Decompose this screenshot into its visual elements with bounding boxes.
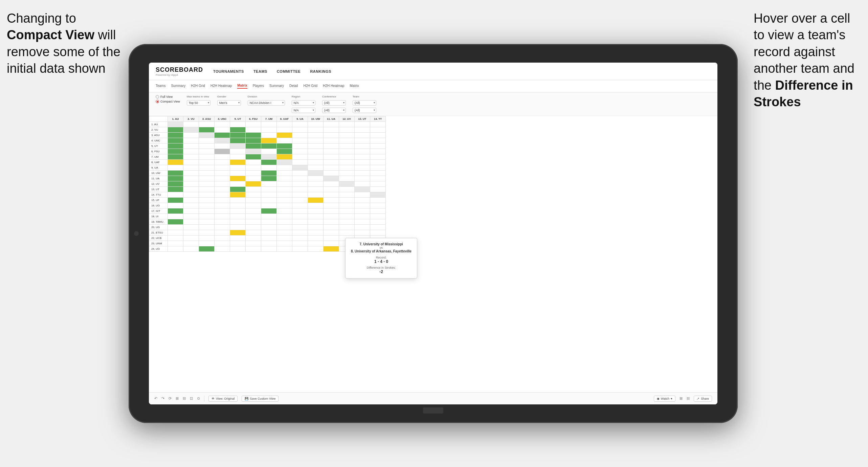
- matrix-cell[interactable]: [168, 198, 183, 203]
- matrix-cell[interactable]: [355, 208, 370, 214]
- matrix-cell[interactable]: [261, 203, 277, 208]
- matrix-cell[interactable]: [324, 236, 339, 241]
- matrix-cell[interactable]: [183, 149, 199, 154]
- matrix-cell[interactable]: [168, 154, 183, 160]
- matrix-cell[interactable]: [199, 236, 215, 241]
- matrix-cell[interactable]: [292, 192, 308, 198]
- watch-btn[interactable]: ◉ Watch ▾: [654, 396, 675, 402]
- matrix-cell[interactable]: [355, 171, 370, 176]
- matrix-cell[interactable]: [292, 203, 308, 208]
- matrix-cell[interactable]: [230, 181, 246, 187]
- matrix-cell[interactable]: [339, 198, 355, 203]
- matrix-cell[interactable]: [370, 127, 386, 133]
- matrix-cell[interactable]: [230, 154, 246, 160]
- matrix-cell[interactable]: [339, 192, 355, 198]
- matrix-cell[interactable]: [324, 241, 339, 246]
- matrix-cell[interactable]: [370, 171, 386, 176]
- team-select2[interactable]: (All): [353, 108, 376, 113]
- matrix-cell[interactable]: [246, 176, 261, 181]
- matrix-cell[interactable]: [183, 171, 199, 176]
- matrix-cell[interactable]: [168, 165, 183, 171]
- matrix-cell[interactable]: [308, 165, 324, 171]
- matrix-cell[interactable]: [339, 230, 355, 236]
- matrix-cell[interactable]: [261, 187, 277, 192]
- matrix-cell[interactable]: [324, 219, 339, 225]
- matrix-cell[interactable]: [339, 176, 355, 181]
- matrix-cell[interactable]: [277, 230, 292, 236]
- matrix-cell[interactable]: [339, 225, 355, 230]
- matrix-cell[interactable]: [308, 230, 324, 236]
- matrix-cell[interactable]: [370, 219, 386, 225]
- matrix-cell[interactable]: [199, 160, 215, 165]
- matrix-cell[interactable]: [246, 230, 261, 236]
- matrix-cell[interactable]: [215, 143, 230, 149]
- matrix-cell[interactable]: [277, 181, 292, 187]
- matrix-cell[interactable]: [292, 154, 308, 160]
- matrix-cell[interactable]: [183, 219, 199, 225]
- matrix-cell[interactable]: [168, 143, 183, 149]
- matrix-cell[interactable]: [261, 127, 277, 133]
- matrix-cell[interactable]: [277, 143, 292, 149]
- matrix-cell[interactable]: [183, 143, 199, 149]
- matrix-cell[interactable]: [261, 219, 277, 225]
- matrix-cell[interactable]: [292, 214, 308, 219]
- matrix-cell[interactable]: [168, 149, 183, 154]
- matrix-cell[interactable]: [308, 143, 324, 149]
- matrix-cell[interactable]: [246, 154, 261, 160]
- matrix-cell[interactable]: [261, 160, 277, 165]
- matrix-cell[interactable]: [292, 208, 308, 214]
- matrix-cell[interactable]: [261, 143, 277, 149]
- matrix-cell[interactable]: [199, 219, 215, 225]
- matrix-cell[interactable]: [339, 154, 355, 160]
- matrix-cell[interactable]: [339, 133, 355, 138]
- matrix-cell[interactable]: [370, 192, 386, 198]
- matrix-cell[interactable]: [246, 198, 261, 203]
- matrix-cell[interactable]: [199, 154, 215, 160]
- matrix-cell[interactable]: [355, 192, 370, 198]
- matrix-cell[interactable]: [230, 122, 246, 127]
- matrix-cell[interactable]: [324, 171, 339, 176]
- matrix-cell[interactable]: [168, 133, 183, 138]
- matrix-cell[interactable]: [215, 219, 230, 225]
- matrix-cell[interactable]: [370, 122, 386, 127]
- matrix-cell[interactable]: [261, 198, 277, 203]
- matrix-cell[interactable]: [339, 203, 355, 208]
- matrix-cell[interactable]: [308, 176, 324, 181]
- matrix-cell[interactable]: [370, 214, 386, 219]
- matrix-cell[interactable]: [215, 127, 230, 133]
- matrix-cell[interactable]: [183, 122, 199, 127]
- matrix-cell[interactable]: [183, 154, 199, 160]
- matrix-cell[interactable]: [308, 219, 324, 225]
- matrix-cell[interactable]: [324, 160, 339, 165]
- matrix-cell[interactable]: [355, 133, 370, 138]
- matrix-cell[interactable]: [168, 236, 183, 241]
- matrix-cell[interactable]: [246, 187, 261, 192]
- matrix-cell[interactable]: [308, 225, 324, 230]
- matrix-cell[interactable]: [199, 230, 215, 236]
- matrix-cell[interactable]: [355, 165, 370, 171]
- matrix-cell[interactable]: [261, 192, 277, 198]
- full-view-option[interactable]: Full View: [156, 95, 180, 98]
- matrix-cell[interactable]: [324, 198, 339, 203]
- subnav-h2hheatmap1[interactable]: H2H Heatmap: [210, 84, 232, 88]
- matrix-cell[interactable]: [215, 187, 230, 192]
- matrix-cell[interactable]: [199, 165, 215, 171]
- matrix-cell[interactable]: [277, 133, 292, 138]
- matrix-cell[interactable]: [230, 198, 246, 203]
- matrix-cell[interactable]: [199, 192, 215, 198]
- matrix-cell[interactable]: [339, 122, 355, 127]
- matrix-cell[interactable]: [230, 160, 246, 165]
- matrix-cell[interactable]: [370, 203, 386, 208]
- matrix-cell[interactable]: [168, 208, 183, 214]
- matrix-cell[interactable]: [339, 208, 355, 214]
- matrix-cell[interactable]: [199, 214, 215, 219]
- matrix-cell[interactable]: [277, 176, 292, 181]
- matrix-cell[interactable]: [215, 198, 230, 203]
- matrix-cell[interactable]: [277, 187, 292, 192]
- matrix-cell[interactable]: [230, 219, 246, 225]
- matrix-cell[interactable]: [292, 149, 308, 154]
- matrix-cell[interactable]: [168, 138, 183, 143]
- matrix-cell[interactable]: [168, 219, 183, 225]
- matrix-cell[interactable]: [308, 181, 324, 187]
- matrix-cell[interactable]: [370, 143, 386, 149]
